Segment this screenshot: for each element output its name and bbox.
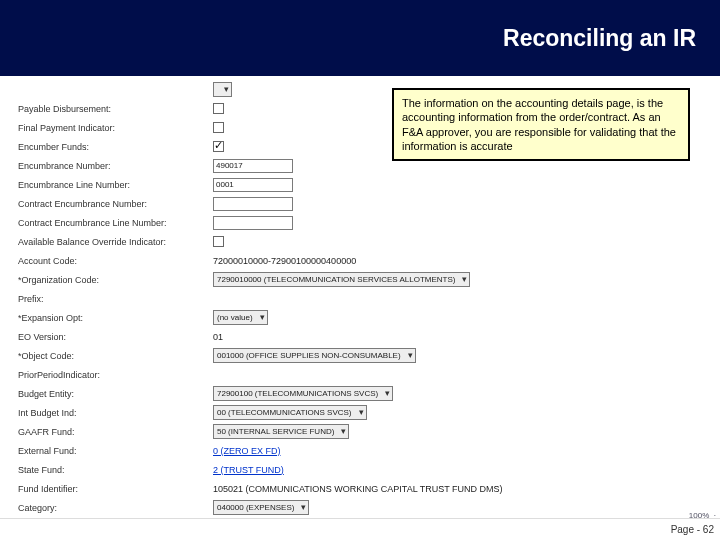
form-row-object-code: *Object Code:001000 (OFFICE SUPPLIES NON…	[18, 346, 720, 365]
value-object-code: 001000 (OFFICE SUPPLIES NON-CONSUMABLE)	[213, 348, 416, 363]
label-budget-entity: Budget Entity:	[18, 389, 213, 399]
checkbox-avail-balance[interactable]	[213, 236, 224, 247]
checkbox-payable-disbursement[interactable]	[213, 103, 224, 114]
value-budget-entity: 72900100 (TELECOMMUNICATIONS SVCS)	[213, 386, 393, 401]
form-row-prior-period: PriorPeriodIndicator:	[18, 365, 720, 384]
select-top-select[interactable]	[213, 82, 232, 97]
form-row-avail-balance: Available Balance Override Indicator:	[18, 232, 720, 251]
value-organization-code: 7290010000 (TELECOMMUNICATION SERVICES A…	[213, 272, 470, 287]
label-encumber-funds: Encumber Funds:	[18, 142, 213, 152]
form-row-external-fund: External Fund:0 (ZERO EX FD)	[18, 441, 720, 460]
label-eo-version: EO Version:	[18, 332, 213, 342]
input-contract-encumb-num[interactable]	[213, 197, 293, 211]
form-row-organization-code: *Organization Code:7290010000 (TELECOMMU…	[18, 270, 720, 289]
form-row-int-budget-ind: Int Budget Ind:00 (TELECOMMUNICATIONS SV…	[18, 403, 720, 422]
label-external-fund: External Fund:	[18, 446, 213, 456]
label-account-code: Account Code:	[18, 256, 213, 266]
value-category: 040000 (EXPENSES)	[213, 500, 309, 515]
value-account-code: 72000010000-72900100000400000	[213, 256, 356, 266]
value-contract-encumb-num	[213, 197, 293, 211]
slide-title: Reconciling an IR	[503, 25, 696, 52]
form-row-contract-encumb-line: Contract Encumbrance Line Number:	[18, 213, 720, 232]
text-eo-version: 01	[213, 332, 223, 342]
form-row-expansion-opt: *Expansion Opt:(no value)	[18, 308, 720, 327]
label-prior-period: PriorPeriodIndicator:	[18, 370, 213, 380]
label-fund-identifier: Fund Identifier:	[18, 484, 213, 494]
form-row-state-fund: State Fund:2 (TRUST FUND)	[18, 460, 720, 479]
label-organization-code: *Organization Code:	[18, 275, 213, 285]
label-contract-encumb-line: Contract Encumbrance Line Number:	[18, 218, 213, 228]
form-row-contract-encumb-num: Contract Encumbrance Number:	[18, 194, 720, 213]
value-top-select	[213, 82, 232, 97]
form-row-budget-entity: Budget Entity:72900100 (TELECOMMUNICATIO…	[18, 384, 720, 403]
form-row-fund-identifier: Fund Identifier:105021 (COMMUNICATIONS W…	[18, 479, 720, 498]
callout-text: The information on the accounting detail…	[402, 97, 676, 152]
value-int-budget-ind: 00 (TELECOMMUNICATIONS SVCS)	[213, 405, 367, 420]
value-external-fund: 0 (ZERO EX FD)	[213, 446, 281, 456]
value-payable-disbursement	[213, 103, 224, 114]
link-external-fund[interactable]: 0 (ZERO EX FD)	[213, 446, 281, 456]
value-final-payment	[213, 122, 224, 133]
form-row-prefix: Prefix:	[18, 289, 720, 308]
footer: Page - 62	[0, 518, 720, 540]
input-encumbrance-number[interactable]: 490017	[213, 159, 293, 173]
label-final-payment: Final Payment Indicator:	[18, 123, 213, 133]
select-object-code[interactable]: 001000 (OFFICE SUPPLIES NON-CONSUMABLE)	[213, 348, 416, 363]
value-encumbrance-number: 490017	[213, 159, 293, 173]
checkbox-final-payment[interactable]	[213, 122, 224, 133]
label-prefix: Prefix:	[18, 294, 213, 304]
callout-box: The information on the accounting detail…	[392, 88, 690, 161]
value-gaafr-fund: 50 (INTERNAL SERVICE FUND)	[213, 424, 349, 439]
label-avail-balance: Available Balance Override Indicator:	[18, 237, 213, 247]
value-state-fund: 2 (TRUST FUND)	[213, 465, 284, 475]
page-number: Page - 62	[671, 524, 714, 535]
value-encumbrance-line: 0001	[213, 178, 293, 192]
label-gaafr-fund: GAAFR Fund:	[18, 427, 213, 437]
select-budget-entity[interactable]: 72900100 (TELECOMMUNICATIONS SVCS)	[213, 386, 393, 401]
label-payable-disbursement: Payable Disbursement:	[18, 104, 213, 114]
form-row-eo-version: EO Version:01	[18, 327, 720, 346]
label-int-budget-ind: Int Budget Ind:	[18, 408, 213, 418]
select-organization-code[interactable]: 7290010000 (TELECOMMUNICATION SERVICES A…	[213, 272, 470, 287]
form-row-gaafr-fund: GAAFR Fund:50 (INTERNAL SERVICE FUND)	[18, 422, 720, 441]
label-encumbrance-number: Encumbrance Number:	[18, 161, 213, 171]
select-int-budget-ind[interactable]: 00 (TELECOMMUNICATIONS SVCS)	[213, 405, 367, 420]
label-contract-encumb-num: Contract Encumbrance Number:	[18, 199, 213, 209]
value-eo-version: 01	[213, 332, 223, 342]
form-row-encumbrance-line: Encumbrance Line Number:0001	[18, 175, 720, 194]
slide-header: Reconciling an IR	[0, 0, 720, 76]
text-fund-identifier: 105021 (COMMUNICATIONS WORKING CAPITAL T…	[213, 484, 503, 494]
select-category[interactable]: 040000 (EXPENSES)	[213, 500, 309, 515]
label-encumbrance-line: Encumbrance Line Number:	[18, 180, 213, 190]
checkbox-encumber-funds[interactable]	[213, 141, 224, 152]
form-row-account-code: Account Code:72000010000-729001000004000…	[18, 251, 720, 270]
value-contract-encumb-line	[213, 216, 293, 230]
value-fund-identifier: 105021 (COMMUNICATIONS WORKING CAPITAL T…	[213, 484, 503, 494]
value-avail-balance	[213, 236, 224, 247]
input-contract-encumb-line[interactable]	[213, 216, 293, 230]
text-account-code: 72000010000-72900100000400000	[213, 256, 356, 266]
link-state-fund[interactable]: 2 (TRUST FUND)	[213, 465, 284, 475]
value-encumber-funds	[213, 141, 224, 152]
select-expansion-opt[interactable]: (no value)	[213, 310, 268, 325]
form-row-category: Category:040000 (EXPENSES)	[18, 498, 720, 517]
label-object-code: *Object Code:	[18, 351, 213, 361]
label-expansion-opt: *Expansion Opt:	[18, 313, 213, 323]
input-encumbrance-line[interactable]: 0001	[213, 178, 293, 192]
value-expansion-opt: (no value)	[213, 310, 268, 325]
select-gaafr-fund[interactable]: 50 (INTERNAL SERVICE FUND)	[213, 424, 349, 439]
label-state-fund: State Fund:	[18, 465, 213, 475]
label-category: Category:	[18, 503, 213, 513]
